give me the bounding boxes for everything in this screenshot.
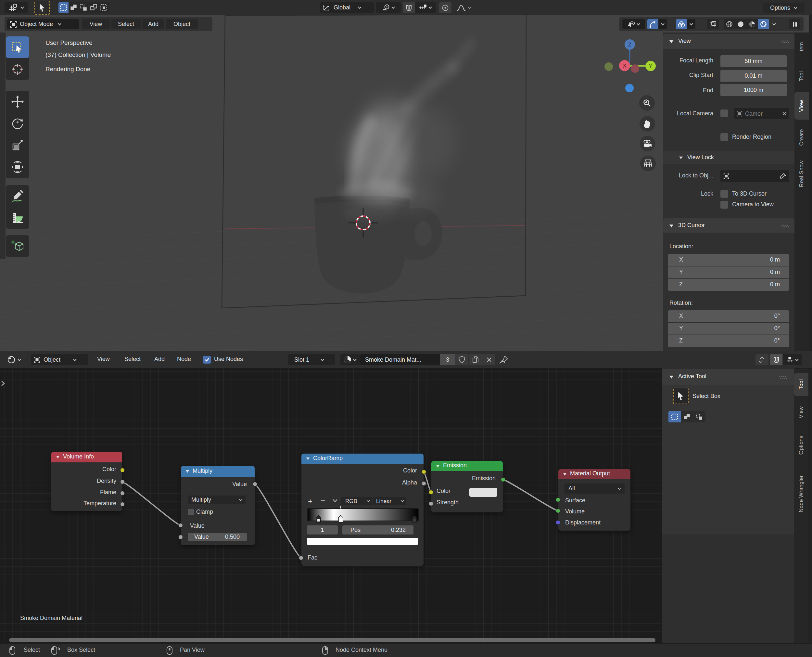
svg-text:RGB: RGB	[345, 498, 357, 504]
svg-text:Linear: Linear	[376, 498, 392, 504]
svg-text:X: X	[623, 63, 626, 69]
svg-text:−: −	[321, 497, 325, 505]
svg-text:Y: Y	[649, 63, 652, 69]
svg-text:+: +	[308, 497, 312, 506]
svg-text:Z: Z	[628, 42, 632, 48]
